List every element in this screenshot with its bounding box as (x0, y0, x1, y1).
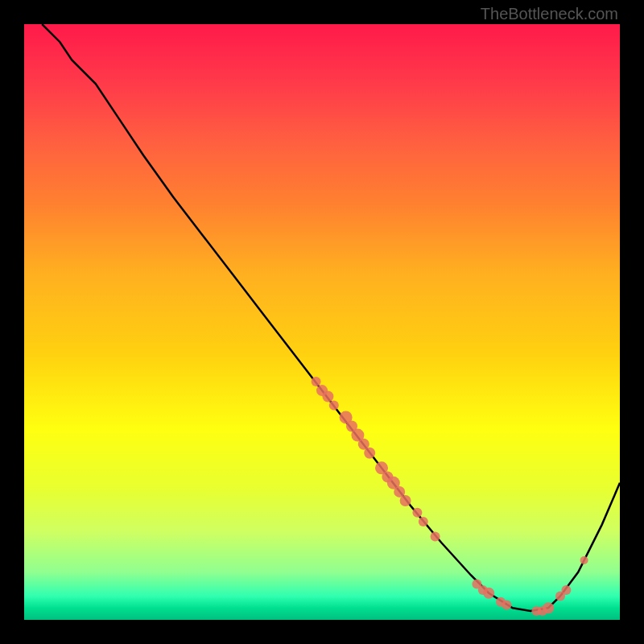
chart-overlay (24, 24, 620, 620)
data-point (329, 401, 339, 411)
data-point (312, 377, 321, 386)
data-point (561, 585, 571, 595)
data-point (502, 601, 511, 610)
data-markers (312, 377, 588, 616)
data-point (364, 448, 375, 459)
bottleneck-curve (42, 24, 620, 611)
data-point (419, 517, 428, 526)
data-point (580, 556, 588, 564)
data-point (431, 531, 440, 541)
watermark-text: TheBottleneck.com (481, 5, 618, 23)
data-point (543, 602, 554, 613)
data-point (400, 495, 411, 506)
data-point (412, 508, 422, 518)
data-point (322, 391, 333, 402)
data-point (483, 588, 494, 599)
